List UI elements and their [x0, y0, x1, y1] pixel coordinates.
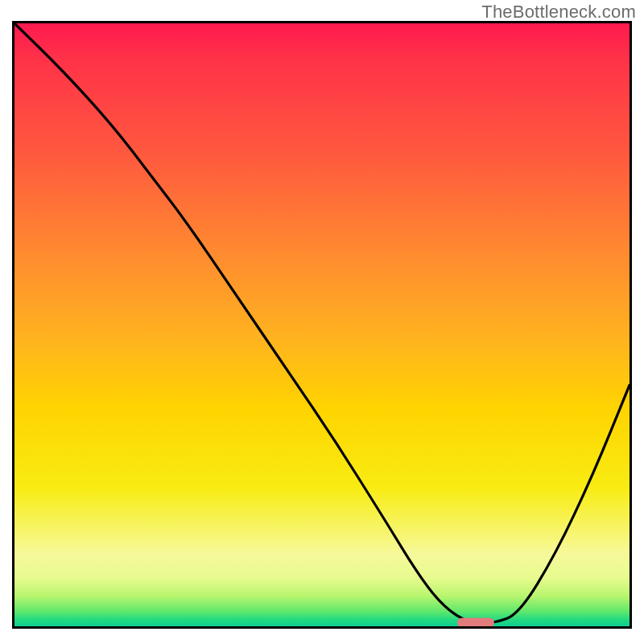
bottleneck-curve [14, 23, 630, 623]
plot-area [14, 23, 630, 626]
watermark-text: TheBottleneck.com [481, 2, 636, 23]
plot-overlay [14, 23, 630, 626]
chart-container: TheBottleneck.com [0, 0, 644, 644]
optimal-marker [457, 618, 494, 627]
